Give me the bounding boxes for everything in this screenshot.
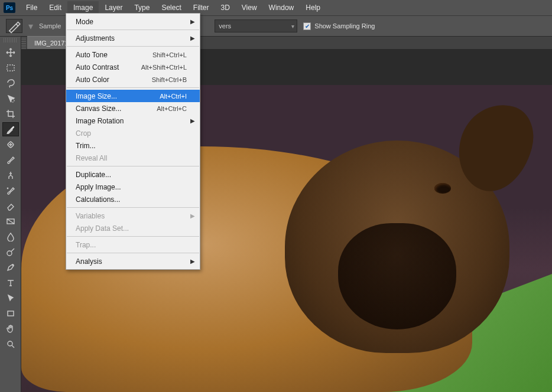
menu-item-shortcut: Alt+Shift+Ctrl+L (141, 64, 187, 71)
menu-item-label: Image Size... (76, 92, 117, 100)
menu-separator (67, 46, 199, 47)
menu-item-trap: Trap... (66, 239, 200, 251)
panel-handle[interactable] (21, 37, 26, 49)
submenu-arrow-icon: ▶ (190, 18, 195, 25)
menu-item-auto-contrast[interactable]: Auto ContrastAlt+Shift+Ctrl+L (66, 61, 200, 73)
menu-item-analysis[interactable]: Analysis▶ (66, 255, 200, 267)
crop-tool[interactable] (2, 107, 19, 121)
tool-preset-picker[interactable] (6, 19, 22, 33)
blur-tool[interactable] (2, 230, 19, 244)
menu-item-canvas-size[interactable]: Canvas Size...Alt+Ctrl+C (66, 102, 200, 115)
rect-marquee-tool[interactable] (2, 61, 19, 75)
menu-item-label: Crop (76, 129, 91, 138)
menu-item-adjustments[interactable]: Adjustments▶ (66, 32, 200, 44)
menu-select[interactable]: Select (155, 1, 187, 14)
svg-rect-0 (7, 65, 14, 71)
menu-item-crop: Crop (66, 127, 200, 139)
menu-item-label: Apply Image... (76, 183, 121, 191)
menu-separator (67, 166, 199, 166)
menu-separator (67, 87, 199, 88)
menu-type[interactable]: Type (128, 1, 155, 14)
menu-item-apply-image[interactable]: Apply Image... (66, 181, 200, 193)
tools-panel (0, 37, 21, 392)
menu-item-calculations[interactable]: Calculations... (66, 193, 200, 205)
pen-tool[interactable] (2, 260, 19, 275)
menu-item-label: Duplicate... (76, 171, 111, 179)
menu-filter[interactable]: Filter (187, 1, 215, 14)
sample-layers-dropdown[interactable]: vers (215, 19, 297, 32)
move-tool[interactable] (2, 45, 19, 60)
menu-image[interactable]: Image (67, 1, 99, 14)
svg-point-4 (7, 251, 12, 256)
menu-item-label: Apply Data Set... (76, 224, 129, 233)
menu-item-auto-tone[interactable]: Auto ToneShift+Ctrl+L (66, 48, 200, 61)
menu-item-label: Canvas Size... (76, 104, 121, 113)
menu-item-shortcut: Alt+Ctrl+C (157, 105, 187, 112)
menu-item-label: Variables (76, 212, 105, 220)
type-tool[interactable] (2, 276, 19, 290)
path-select-tool[interactable] (2, 291, 19, 305)
menu-item-variables: Variables▶ (66, 210, 200, 222)
show-sampling-ring-checkbox[interactable]: ✔ Show Sampling Ring (303, 22, 375, 30)
menu-edit[interactable]: Edit (43, 1, 67, 14)
menu-item-duplicate[interactable]: Duplicate... (66, 168, 200, 181)
menu-item-shortcut: Alt+Ctrl+I (160, 93, 187, 100)
dodge-tool[interactable] (2, 245, 19, 259)
menu-item-label: Calculations... (76, 195, 120, 204)
panel-handle[interactable] (4, 38, 17, 43)
submenu-arrow-icon: ▶ (190, 213, 195, 219)
menu-item-label: Reveal All (76, 154, 107, 162)
sample-label: Sample (39, 22, 61, 30)
menu-item-apply-data-set: Apply Data Set... (66, 222, 200, 234)
menu-separator (67, 30, 199, 30)
menu-separator (67, 207, 199, 208)
menu-item-shortcut: Shift+Ctrl+L (152, 51, 187, 58)
checkbox-icon: ✔ (303, 22, 311, 30)
eraser-tool[interactable] (2, 199, 19, 213)
menu-item-trim[interactable]: Trim... (66, 139, 200, 152)
history-brush-tool[interactable] (2, 184, 19, 198)
submenu-arrow-icon: ▶ (190, 35, 195, 41)
menu-item-auto-color[interactable]: Auto ColorShift+Ctrl+B (66, 73, 200, 86)
hand-tool[interactable] (2, 322, 19, 336)
menu-item-shortcut: Shift+Ctrl+B (152, 76, 187, 83)
menu-item-image-size[interactable]: Image Size...Alt+Ctrl+I (66, 90, 200, 102)
svg-point-7 (8, 341, 12, 346)
eyedropper-tool[interactable] (2, 122, 19, 136)
menu-item-mode[interactable]: Mode▶ (66, 15, 200, 28)
menu-item-label: Trap... (76, 241, 96, 249)
menu-item-reveal-all: Reveal All (66, 152, 200, 164)
menu-item-image-rotation[interactable]: Image Rotation▶ (66, 115, 200, 127)
menu-item-label: Auto Color (76, 76, 109, 84)
healing-tool[interactable] (2, 138, 19, 152)
zoom-tool[interactable] (2, 337, 19, 351)
menu-item-label: Auto Tone (76, 51, 108, 59)
clone-tool[interactable] (2, 168, 19, 182)
svg-point-5 (12, 264, 14, 266)
lasso-tool[interactable] (2, 76, 19, 90)
menu-window[interactable]: Window (263, 1, 300, 14)
menu-layer[interactable]: Layer (99, 1, 128, 14)
brush-tool[interactable] (2, 153, 19, 167)
menu-item-label: Trim... (76, 142, 96, 150)
menu-3d[interactable]: 3D (215, 1, 235, 14)
menu-item-label: Analysis (76, 257, 102, 266)
menu-item-label: Auto Contrast (76, 63, 119, 71)
menu-view[interactable]: View (236, 1, 263, 14)
menu-separator (67, 236, 199, 237)
svg-rect-6 (8, 311, 14, 316)
app-icon: Ps (4, 2, 15, 13)
submenu-arrow-icon: ▶ (190, 117, 195, 124)
quick-select-tool[interactable] (2, 92, 19, 106)
image-menu-dropdown: Mode▶Adjustments▶Auto ToneShift+Ctrl+LAu… (66, 13, 200, 270)
menu-file[interactable]: File (20, 1, 43, 14)
submenu-arrow-icon: ▶ (190, 258, 195, 264)
menu-item-label: Mode (76, 18, 93, 26)
rectangle-tool[interactable] (2, 306, 19, 321)
menu-item-label: Image Rotation (76, 117, 124, 125)
menu-help[interactable]: Help (300, 1, 326, 14)
menu-separator (67, 253, 199, 253)
gradient-tool[interactable] (2, 214, 19, 228)
menu-item-label: Adjustments (76, 34, 115, 43)
